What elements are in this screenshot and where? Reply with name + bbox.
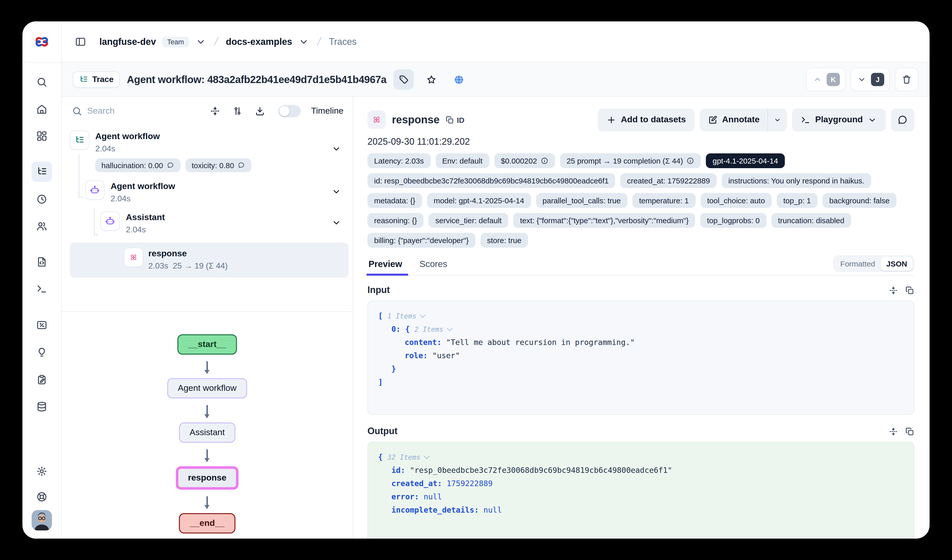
json-line: role: "user" — [378, 349, 904, 362]
playground-icon — [36, 283, 47, 295]
comments-button[interactable] — [891, 108, 914, 131]
view-settings-icon[interactable] — [233, 106, 243, 116]
metadata-badge[interactable]: temperature: 1 — [632, 193, 695, 208]
sidebar-item-tracing[interactable] — [32, 162, 52, 182]
model-badge[interactable]: gpt-4.1-2025-04-14 — [706, 153, 785, 168]
org-chevron-down-icon[interactable] — [195, 36, 206, 47]
chevron-down-icon — [867, 115, 877, 125]
sidebar-item-insights[interactable] — [32, 342, 52, 362]
download-icon[interactable] — [255, 106, 265, 116]
sidebar-item-annotation[interactable] — [32, 369, 52, 390]
collapse-chevron-icon[interactable] — [331, 187, 342, 197]
output-json-viewer[interactable]: { 32 Itemsid: "resp_0beedbcbe3c72fe30068… — [368, 442, 914, 538]
annotate-button[interactable]: Annotate — [700, 108, 768, 131]
metadata-badge[interactable]: tool_choice: auto — [700, 193, 771, 208]
graph-node-end[interactable]: __end__ — [179, 513, 235, 534]
trace-tree-icon — [74, 135, 85, 145]
bookmark-button[interactable] — [421, 69, 442, 89]
sidebar-item-users[interactable] — [32, 216, 52, 236]
graph-node-start[interactable]: __start__ — [177, 334, 237, 355]
tab-scores[interactable]: Scores — [419, 255, 448, 275]
delete-trace-button[interactable] — [895, 68, 918, 91]
sidebar-item-sessions[interactable] — [32, 189, 52, 210]
insights-icon — [36, 347, 47, 358]
score-badge-label: hallucination: 0.00 — [101, 161, 163, 170]
metadata-badge[interactable]: $0.000202 — [495, 153, 555, 168]
collapse-chevron-icon[interactable] — [331, 144, 342, 154]
tree-node-generation-selected[interactable]: response 2.03s 25 → 19 (Σ 44) — [70, 242, 349, 278]
tree-node-span[interactable]: Agent workflow 2.04s — [85, 180, 353, 204]
sidebar-item-evaluation[interactable] — [32, 315, 52, 335]
sidebar-item-home[interactable] — [32, 99, 52, 119]
metadata-badge[interactable]: id: resp_0beedbcbe3c72fe30068db9c69bc948… — [368, 173, 615, 188]
breadcrumb-page[interactable]: Traces — [329, 36, 357, 47]
sidebar-item-settings[interactable] — [32, 461, 52, 481]
project-chevron-down-icon[interactable] — [298, 36, 309, 47]
sidebar-item-prompts[interactable] — [32, 252, 52, 272]
sidebar-item-support[interactable] — [32, 487, 52, 507]
format-option-json[interactable]: JSON — [881, 257, 913, 271]
users-icon — [36, 221, 47, 232]
badge-label: created_at: 1759222889 — [627, 176, 710, 185]
score-badge[interactable]: hallucination: 0.00 — [95, 159, 181, 172]
score-badge[interactable]: toxicity: 0.80 — [185, 159, 252, 172]
pencil-square-icon — [708, 115, 717, 125]
metadata-badge[interactable]: metadata: {} — [368, 193, 422, 208]
project-name[interactable]: docs-examples — [226, 36, 292, 47]
collapse-caret-icon[interactable] — [420, 312, 425, 318]
metadata-badge[interactable]: top_logprobs: 0 — [700, 213, 766, 228]
collapse-icon[interactable] — [889, 427, 898, 436]
metadata-badge[interactable]: store: true — [480, 233, 528, 248]
tree-node-span[interactable]: Assistant 2.04s — [100, 211, 353, 235]
org-name[interactable]: langfuse-dev — [99, 36, 156, 47]
sidebar-item-search[interactable] — [32, 72, 52, 92]
metadata-badge[interactable]: billing: {"payer":"developer"} — [368, 233, 475, 248]
collapse-all-icon[interactable] — [210, 106, 220, 116]
timeline-toggle[interactable] — [278, 105, 301, 117]
playground-button[interactable]: Playground — [792, 108, 886, 131]
copy-icon[interactable] — [905, 285, 914, 295]
collapse-caret-icon[interactable] — [447, 326, 453, 331]
collapse-chevron-icon[interactable] — [331, 218, 342, 228]
sidebar-item-dashboards[interactable] — [32, 126, 52, 146]
tab-preview[interactable]: Preview — [368, 255, 403, 275]
app-window: langfuse-dev Team / docs-examples / Trac… — [22, 22, 930, 538]
metadata-badge[interactable]: background: false — [822, 193, 896, 208]
add-to-datasets-button[interactable]: Add to datasets — [598, 108, 695, 131]
tree-node-root[interactable]: Agent workflow 2.04s hallucination: 0.00… — [70, 130, 353, 172]
tags-button[interactable] — [394, 69, 414, 89]
graph-node-agent-workflow[interactable]: Agent workflow — [167, 378, 247, 399]
graph-node-assistant[interactable]: Assistant — [179, 422, 235, 443]
copy-id-button[interactable]: ID — [446, 116, 465, 124]
metadata-badge[interactable]: Latency: 2.03s — [368, 153, 430, 168]
sidebar-item-playground[interactable] — [32, 279, 52, 299]
metadata-badge[interactable]: parallel_tool_calls: true — [536, 193, 627, 208]
metadata-badge[interactable]: model: gpt-4.1-2025-04-14 — [427, 193, 531, 208]
metadata-badge[interactable]: created_at: 1759222889 — [620, 173, 717, 188]
tree-node-meta: 2.03s 25 → 19 (Σ 44) — [148, 261, 228, 272]
copy-icon[interactable] — [905, 427, 914, 436]
metadata-badge[interactable]: Env: default — [436, 153, 489, 168]
prev-trace-button[interactable]: K — [806, 68, 845, 91]
input-json-viewer[interactable]: [ 1 Items0: { 2 Itemscontent: "Tell me a… — [368, 301, 914, 415]
search-input[interactable]: Search — [87, 106, 198, 116]
collapse-caret-icon[interactable] — [424, 453, 430, 459]
collapse-icon[interactable] — [889, 285, 898, 295]
graph-node-response[interactable]: response — [176, 466, 238, 490]
metadata-badge[interactable]: top_p: 1 — [777, 193, 818, 208]
annotate-menu-button[interactable] — [768, 108, 787, 131]
metadata-badge[interactable]: 25 prompt → 19 completion (Σ 44) — [560, 153, 701, 168]
metadata-badge[interactable]: truncation: disabled — [771, 213, 851, 228]
metadata-badge[interactable]: text: {"format":{"type":"text"},"verbosi… — [513, 213, 695, 228]
metadata-badge[interactable]: instructions: You only respond in haikus… — [722, 173, 871, 188]
metadata-badge[interactable]: reasoning: {} — [368, 213, 424, 228]
format-option-formatted[interactable]: Formatted — [835, 257, 881, 271]
next-trace-button[interactable]: J — [851, 68, 890, 91]
user-avatar[interactable] — [32, 510, 52, 531]
metadata-badge[interactable]: service_tier: default — [429, 213, 508, 228]
panel-toggle-icon[interactable] — [75, 36, 86, 47]
trace-node-icon-box — [70, 130, 89, 150]
sidebar-item-datasets[interactable] — [32, 396, 52, 417]
visibility-button[interactable] — [449, 69, 469, 89]
langfuse-logo[interactable] — [22, 22, 61, 63]
